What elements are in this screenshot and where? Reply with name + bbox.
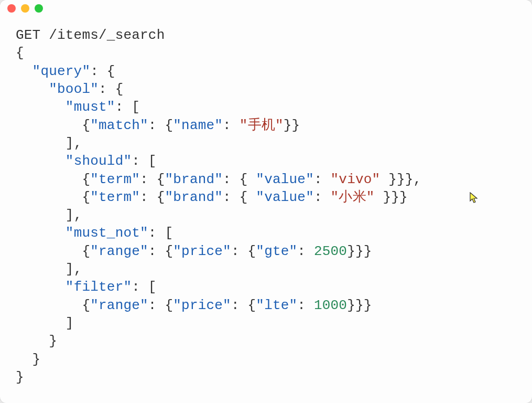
brace: { bbox=[82, 172, 90, 187]
punct: : bbox=[231, 298, 248, 313]
json-key-range: "range" bbox=[90, 298, 148, 313]
brace: { bbox=[82, 298, 90, 313]
json-key-bool: "bool" bbox=[49, 81, 99, 97]
punct: : [ bbox=[115, 99, 140, 115]
brace: { bbox=[165, 298, 173, 313]
json-key-price: "price" bbox=[173, 243, 231, 259]
punct: : bbox=[297, 298, 314, 313]
json-key-term: "term" bbox=[90, 189, 140, 205]
json-key-match: "match" bbox=[90, 118, 148, 133]
brace: { bbox=[82, 189, 90, 205]
json-key-brand: "brand" bbox=[165, 172, 223, 187]
window-maximize-button[interactable] bbox=[35, 4, 43, 13]
brace: { bbox=[82, 243, 90, 259]
punct: : bbox=[231, 243, 248, 259]
json-key-gte: "gte" bbox=[256, 243, 297, 259]
brace: }}}, bbox=[380, 172, 421, 187]
punct: : bbox=[148, 243, 165, 259]
brace: { bbox=[157, 172, 165, 187]
punct: : bbox=[314, 172, 331, 187]
brace: }}} bbox=[375, 189, 408, 205]
brace: } bbox=[49, 333, 57, 349]
json-key-value: "value" bbox=[256, 189, 314, 205]
json-key-mustnot: "must_not" bbox=[66, 225, 148, 241]
punct: : bbox=[148, 298, 165, 313]
punct: : { bbox=[99, 81, 123, 97]
json-key-must: "must" bbox=[66, 99, 115, 115]
brace: { bbox=[16, 45, 24, 61]
json-key-price: "price" bbox=[173, 298, 231, 313]
punct: : bbox=[223, 118, 240, 133]
punct: : bbox=[148, 118, 165, 133]
bracket: ], bbox=[66, 261, 82, 277]
window-minimize-button[interactable] bbox=[21, 4, 29, 13]
brace: { bbox=[157, 189, 165, 205]
brace: { bbox=[165, 243, 173, 259]
json-value-name: "手机" bbox=[240, 118, 284, 133]
bracket: ], bbox=[66, 207, 82, 223]
json-key-value: "value" bbox=[256, 172, 314, 187]
request-line: GET /items/_search bbox=[16, 27, 165, 43]
json-key-query: "query" bbox=[32, 63, 91, 79]
punct: : [ bbox=[132, 279, 156, 295]
json-key-term: "term" bbox=[90, 172, 140, 187]
punct: : bbox=[297, 243, 314, 259]
punct: : bbox=[314, 189, 331, 205]
json-key-filter: "filter" bbox=[66, 279, 132, 295]
brace: { bbox=[82, 118, 90, 133]
brace: } bbox=[16, 369, 24, 385]
brace: { bbox=[165, 118, 173, 133]
punct: : [ bbox=[132, 153, 156, 169]
json-key-name: "name" bbox=[173, 118, 223, 133]
json-key-range: "range" bbox=[90, 243, 148, 259]
brace: } bbox=[32, 352, 41, 367]
window-close-button[interactable] bbox=[7, 4, 16, 13]
window-titlebar bbox=[0, 0, 532, 17]
punct: : bbox=[223, 172, 240, 187]
bracket: ], bbox=[66, 135, 82, 151]
brace: }} bbox=[284, 118, 300, 133]
punct: : bbox=[223, 189, 240, 205]
json-key-should: "should" bbox=[66, 153, 132, 169]
json-value-brand1: "vivo" bbox=[331, 172, 381, 187]
brace: { bbox=[248, 243, 256, 259]
json-key-brand: "brand" bbox=[165, 189, 223, 205]
app-window: GET /items/_search { "query": { "bool": … bbox=[0, 0, 532, 403]
json-value-brand2: "小米" bbox=[331, 189, 375, 205]
brace: { bbox=[248, 298, 256, 313]
json-value-lte: 1000 bbox=[314, 298, 347, 313]
brace: { bbox=[240, 189, 256, 205]
punct: : [ bbox=[148, 225, 173, 241]
punct: : bbox=[140, 172, 157, 187]
json-key-lte: "lte" bbox=[256, 298, 297, 313]
bracket: ] bbox=[66, 315, 74, 331]
punct: : bbox=[140, 189, 157, 205]
punct: : { bbox=[90, 63, 115, 79]
code-editor[interactable]: GET /items/_search { "query": { "bool": … bbox=[0, 17, 532, 396]
brace: }}} bbox=[347, 298, 372, 313]
brace: }}} bbox=[347, 243, 372, 259]
brace: { bbox=[240, 172, 256, 187]
json-value-gte: 2500 bbox=[314, 243, 347, 259]
